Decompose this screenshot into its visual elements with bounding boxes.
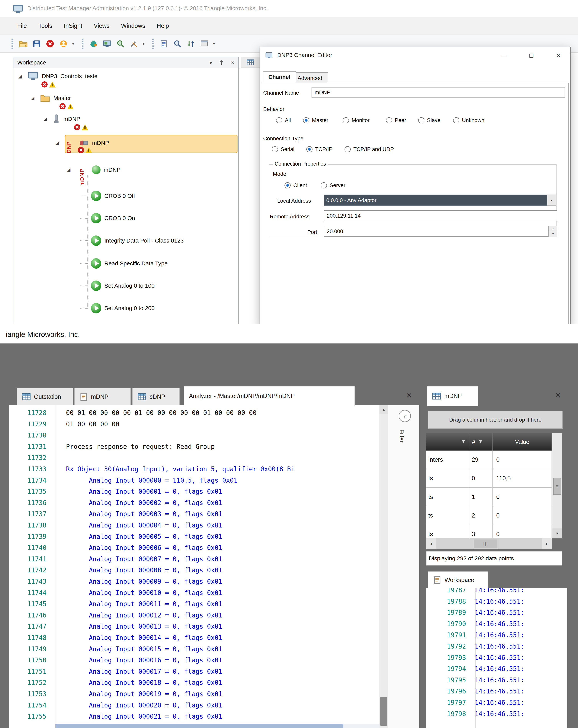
scrollbar-thumb[interactable]: |||: [474, 539, 497, 548]
radio-peer[interactable]: Peer: [386, 117, 406, 123]
minimize-button[interactable]: —: [499, 50, 510, 60]
tree-action-integrity-poll[interactable]: Integrity Data Poll - Class 0123: [80, 235, 184, 246]
monitor-icon[interactable]: [102, 38, 112, 49]
tab-outstation[interactable]: Outstation: [17, 388, 73, 406]
grid-row[interactable]: ts 1 0: [426, 488, 552, 506]
tab-sdnp[interactable]: sDNP: [132, 388, 180, 406]
scrollbar-thumb[interactable]: ≡: [553, 478, 561, 495]
save-icon[interactable]: [31, 38, 42, 49]
tab-analyzer[interactable]: Analyzer - /Master/mDNP/mDNP/mDNP: [184, 386, 355, 406]
grid-scroll-left-icon[interactable]: ◄: [426, 539, 436, 549]
menu-windows[interactable]: Windows: [115, 19, 151, 32]
tree-action-label[interactable]: Set Analog 0 to 100: [104, 282, 155, 289]
channel-name-input[interactable]: [312, 87, 565, 98]
filter-panel-label[interactable]: Filter: [398, 430, 405, 443]
tree-action-label[interactable]: CROB 0 Off: [104, 193, 135, 199]
expander-icon[interactable]: ◢: [43, 116, 50, 122]
grid-header-index[interactable]: #: [469, 433, 493, 450]
maximize-button[interactable]: □: [526, 50, 537, 60]
connect-icon[interactable]: [88, 38, 99, 49]
stop-icon[interactable]: [45, 38, 55, 49]
play-icon[interactable]: [91, 303, 101, 313]
tab-mdnp-doc[interactable]: mDNP: [74, 388, 131, 406]
tree-action-set-analog-200[interactable]: Set Analog 0 to 200: [80, 302, 155, 314]
menu-insight[interactable]: InSight: [58, 19, 88, 32]
analyzer-horizontal-scrollbar[interactable]: [55, 724, 379, 728]
user-icon[interactable]: [58, 38, 69, 49]
grid-header-name[interactable]: [426, 433, 469, 450]
grid-row[interactable]: ts 2 0: [426, 506, 552, 525]
radio-tcpip-udp[interactable]: TCP/IP and UDP: [344, 146, 394, 152]
menu-views[interactable]: Views: [88, 19, 115, 32]
tree-action-label[interactable]: Set Analog 0 to 200: [104, 305, 155, 311]
port-input[interactable]: [324, 226, 548, 237]
tree-action-crob-off[interactable]: CROB 0 Off: [80, 190, 135, 202]
tab-label[interactable]: mDNP: [444, 393, 462, 399]
collapse-chevron-icon[interactable]: ‹: [399, 410, 411, 422]
tree-node-mdnp-device[interactable]: ◢ mDNP: [43, 113, 80, 125]
tools-icon[interactable]: [129, 38, 139, 49]
menu-tools[interactable]: Tools: [33, 19, 58, 32]
tree-node-root[interactable]: ◢ DNP3_Controls_teste: [19, 70, 98, 82]
tree-node-master[interactable]: ◢ Master: [31, 92, 71, 104]
remote-address-input[interactable]: [324, 210, 557, 221]
toolbar-dropdown-icon[interactable]: ▾: [72, 41, 74, 46]
tree-node-label[interactable]: DNP3_Controls_teste: [42, 73, 98, 79]
play-icon[interactable]: [91, 258, 101, 269]
toolbar-grip[interactable]: [11, 38, 13, 49]
tab-advanced[interactable]: Advanced: [292, 72, 328, 84]
radio-serial[interactable]: Serial: [272, 146, 294, 152]
tab-label[interactable]: Outstation: [34, 393, 61, 400]
radio-all[interactable]: All: [276, 117, 291, 123]
grid-scroll-down-icon[interactable]: ▼: [552, 528, 562, 539]
grid-scroll-right-icon[interactable]: ►: [542, 539, 552, 549]
local-address-combobox[interactable]: 0.0.0.0 - Any Adaptor ▾: [324, 194, 556, 206]
filter-funnel-icon[interactable]: [478, 439, 483, 445]
tab-workspace-log[interactable]: Workspace: [428, 571, 488, 588]
expander-icon[interactable]: ◢: [31, 95, 37, 101]
menu-file[interactable]: File: [11, 19, 33, 32]
right-group-close-icon[interactable]: ×: [556, 391, 561, 399]
window-layout-icon[interactable]: [199, 38, 209, 49]
expander-icon[interactable]: ◢: [55, 140, 61, 146]
toolbar-dropdown-icon[interactable]: ▾: [142, 41, 144, 46]
toolbar-dropdown-icon[interactable]: ▾: [213, 41, 215, 46]
tree-node-label[interactable]: mDNP: [104, 166, 121, 173]
notes-icon[interactable]: [159, 38, 169, 49]
pin-icon[interactable]: [219, 60, 225, 66]
grid-row[interactable]: ts 3 0: [426, 525, 552, 539]
filter-funnel-icon[interactable]: [461, 439, 466, 445]
tree-node-label[interactable]: mDNP: [63, 116, 80, 122]
port-spinner[interactable]: ▲ ▼: [548, 226, 557, 237]
tab-channel[interactable]: Channel: [263, 71, 296, 83]
toolbar-grip[interactable]: [152, 38, 154, 49]
close-button[interactable]: ×: [553, 50, 564, 60]
toolbar-grip[interactable]: [82, 38, 83, 49]
grid-header-value[interactable]: Value: [493, 433, 552, 450]
radio-slave[interactable]: Slave: [418, 117, 441, 123]
radio-server[interactable]: Server: [321, 182, 345, 188]
radio-client[interactable]: Client: [285, 182, 307, 188]
column-drag-hint[interactable]: Drag a column header and drop it here: [428, 411, 563, 429]
grid-horizontal-scrollbar[interactable]: ◄ ||| ►: [426, 539, 552, 549]
play-icon[interactable]: [91, 235, 101, 246]
tree-action-set-analog-100[interactable]: Set Analog 0 to 100: [80, 280, 155, 292]
combo-dropdown-icon[interactable]: ▾: [547, 195, 556, 206]
panel-menu-icon[interactable]: ▾: [209, 59, 212, 66]
expander-icon[interactable]: ◢: [67, 167, 73, 173]
tab-label[interactable]: Analyzer - /Master/mDNP/mDNP/mDNP: [189, 393, 295, 399]
radio-tcpip[interactable]: TCP/IP: [306, 146, 333, 152]
tree-action-label[interactable]: CROB 0 On: [104, 215, 135, 222]
tab-label[interactable]: Workspace: [445, 577, 474, 583]
open-project-icon[interactable]: [18, 38, 28, 49]
tree-action-crob-on[interactable]: CROB 0 On: [80, 212, 135, 224]
panel-close-icon[interactable]: ×: [231, 59, 234, 66]
tab-right-mdnp[interactable]: mDNP: [427, 386, 478, 406]
radio-unknown[interactable]: Unknown: [453, 117, 484, 123]
scroll-up-icon[interactable]: ▲: [379, 405, 388, 414]
radio-monitor[interactable]: Monitor: [343, 117, 369, 123]
expander-icon[interactable]: ◢: [19, 74, 25, 79]
grid-row[interactable]: inters 29 0: [426, 450, 552, 469]
analyzer-group-close-icon[interactable]: ×: [407, 391, 412, 399]
grid-row[interactable]: ts 0 110,5: [426, 469, 552, 488]
